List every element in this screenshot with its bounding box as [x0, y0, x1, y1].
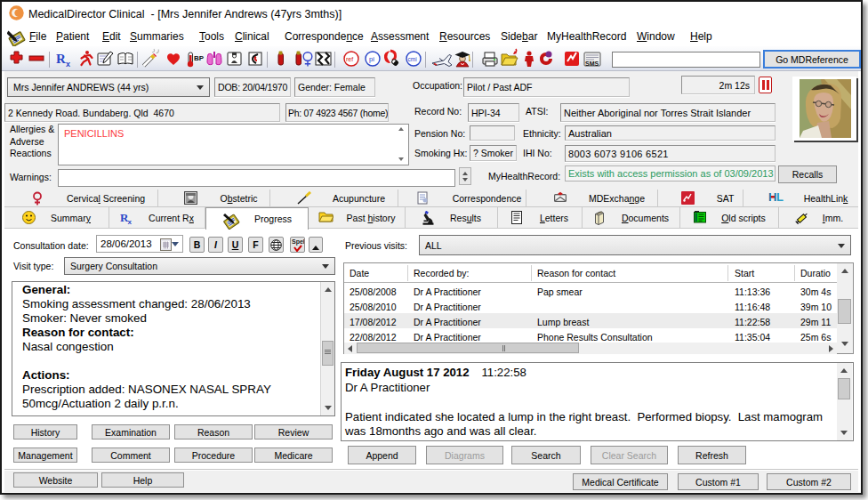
svg-text:x: x: [128, 218, 133, 224]
svg-text:L: L: [776, 191, 784, 203]
svg-text:x: x: [66, 60, 70, 69]
svg-text:SMS: SMS: [585, 60, 599, 67]
svg-text:R: R: [56, 52, 66, 66]
svg-text:pi: pi: [369, 55, 374, 63]
svg-text:cmi: cmi: [408, 56, 417, 62]
svg-text:BP: BP: [194, 54, 205, 62]
svg-text:ref: ref: [346, 56, 353, 62]
